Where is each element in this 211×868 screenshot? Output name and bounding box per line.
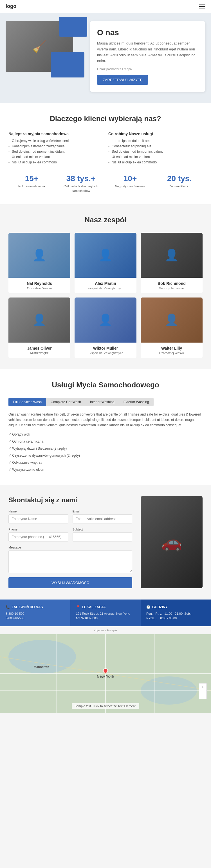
team-role: Czarodziej Wosku (143, 351, 200, 355)
map-zoom-controls: + − (199, 683, 207, 699)
services-tabs: Full Services Wash Complete Car Wash Int… (8, 398, 203, 406)
info-boxes: ZADZWOŃ DO NAS 8-800-10-500 8-800-10-500… (0, 599, 211, 626)
info-box-phone: ZADZWOŃ DO NAS 8-800-10-500 8-800-10-500 (0, 599, 70, 626)
why-col1-title: Najlepsza myjnia samochodowa (8, 131, 103, 136)
list-item: Oferujemy wiele usług w świetnej cenie (8, 139, 103, 143)
info-box-location: LOKALIZACJA 121 Rock Street, 21 Avenue, … (70, 599, 141, 626)
svg-point-10 (103, 669, 108, 673)
team-info: Bob Richmond Mistrz polerowania (141, 278, 203, 293)
why-col-2: Co robimy Nasze usługi Lorem ipsum dolor… (108, 131, 203, 166)
hero-title: O nas (97, 28, 198, 37)
info-source: Zdjęcia z Freepik (0, 626, 211, 634)
subject-input[interactable] (73, 532, 133, 541)
tab-complete-wash[interactable]: Complete Car Wash (46, 398, 85, 406)
team-card-4: 👤 Wiktor Muller Ekspert ds. Zewnętrznych (75, 298, 136, 358)
why-title: Dlaczego klienci wybierają nas? (8, 114, 203, 123)
service-list: Gorący wok Ochrona ceramiczna Wytrapiaj … (8, 431, 203, 473)
info-box-hours: GODZINY Pon. - Pt. .... 11:00 - 21:00, S… (141, 599, 211, 626)
message-textarea[interactable] (8, 551, 132, 573)
stat-num: 10+ (107, 174, 153, 183)
list-item: Nisl ut aliquip ex ea commodo (8, 160, 103, 164)
phone-input[interactable] (8, 532, 68, 541)
name-input[interactable] (8, 515, 68, 523)
person-icon: 👤 (8, 233, 70, 278)
why-col1-list: Oferujemy wiele usług w świetnej cenie K… (8, 139, 103, 164)
team-card-3: 👤 James Oliver Mistrz wnętrz (8, 298, 70, 358)
team-info: Walter Lilly Czarodziej Wosku (141, 343, 203, 358)
why-section: Dlaczego klienci wybierają nas? Najlepsz… (0, 103, 211, 204)
location-icon (76, 605, 80, 609)
stat-num: 38 tys.+ (58, 174, 104, 183)
message-label: Message (8, 546, 132, 549)
name-label: Name (8, 509, 68, 513)
contact-section: Skontaktuj się z nami Name Email Phone S… (0, 485, 211, 599)
car-icon: 🚗 (161, 532, 182, 552)
map-overlay-text: Sample text. Click to select the Text El… (72, 703, 139, 709)
list-item: Ut enim ad minim veniam (108, 155, 203, 159)
stat-label: Nagrody i wyróżnienia (107, 184, 153, 188)
why-col-1: Najlepsza myjnia samochodowa Oferujemy w… (8, 131, 103, 166)
list-item: Nisl ut aliquip ex ea commodo (108, 160, 203, 164)
team-photo-walter: 👤 (141, 298, 203, 343)
list-item: Wyczyszczenie okien (8, 466, 203, 473)
map-background: New York Manhattan + − (0, 634, 211, 713)
services-section: Usługi Mycia Samochodowego Full Services… (0, 369, 211, 485)
team-photo-wiktor: 👤 (75, 298, 136, 343)
form-group-message: Message (8, 546, 132, 573)
map-section: New York Manhattan + − Sample text. Clic… (0, 634, 211, 713)
hero-accent-bottom (50, 52, 84, 78)
form-group-email: Email (73, 509, 133, 523)
submit-button[interactable]: WYŚLIJ WIADOMOŚĆ (8, 577, 132, 588)
stat-box-1: 38 tys.+ Całkowita liczba umytych samoch… (58, 174, 104, 193)
form-row-1: Name Email (8, 509, 132, 523)
team-name: Bob Richmond (143, 281, 200, 286)
hero-section: 🧹 O nas Massa ultrices mi quis hendrerit… (0, 13, 211, 103)
stats-row: 15+ Rok doświadczenia 38 tys.+ Całkowita… (8, 174, 203, 193)
list-item: Odkurzanie wnętrza (8, 459, 203, 466)
list-item: Sed do eiusmod moment incididunt (8, 150, 103, 154)
service-description: Our car wash facilities feature flat-bel… (8, 412, 203, 428)
info-box-location-lines: 121 Rock Street, 21 Avenue, New York, NY… (76, 611, 135, 621)
stat-box-3: 20 tys. Zaufani Klienci (156, 174, 203, 193)
person-icon: 👤 (75, 298, 136, 343)
team-card-5: 👤 Walter Lilly Czarodziej Wosku (141, 298, 203, 358)
list-item: Consectetur adipiscing elit (108, 144, 203, 148)
map-roads-svg: New York Manhattan (0, 634, 211, 713)
person-icon: 👤 (8, 298, 70, 343)
list-item: Sed do eiusmod tempor incididunt (108, 150, 203, 154)
hero-image-source: Obraz pochodzi z Freepik (97, 67, 198, 71)
team-name: Walter Lilly (143, 346, 200, 350)
team-photo-alex: 👤 (75, 233, 136, 278)
team-grid: 👤 Nat Reynolds Czarodziej Wosku 👤 Alex M… (8, 233, 203, 358)
tab-interior[interactable]: Interior Washing (85, 398, 119, 406)
stat-label: Zaufani Klienci (156, 184, 203, 188)
svg-text:Manhattan: Manhattan (34, 665, 49, 669)
info-box-phone-title: ZADZWOŃ DO NAS (6, 605, 65, 609)
zoom-out-button[interactable]: − (199, 691, 207, 699)
tab-full-services[interactable]: Full Services Wash (8, 398, 46, 406)
person-icon: 👤 (141, 298, 203, 343)
header: logo (0, 0, 211, 13)
team-section: Nasz zespół 👤 Nat Reynolds Czarodziej Wo… (0, 204, 211, 369)
contact-image: 🚗 (141, 496, 203, 588)
team-info: Alex Martin Ekspert ds. Zewnętrznych (75, 278, 136, 293)
form-group-name: Name (8, 509, 68, 523)
stat-num: 20 tys. (156, 174, 203, 183)
team-photo-bob: 👤 (141, 233, 203, 278)
service-content: Our car wash facilities feature flat-bel… (8, 412, 203, 473)
list-item: Ochrona ceramiczna (8, 438, 203, 445)
list-item: Czyszczenie dywaników gumowych (2 rzędy) (8, 452, 203, 459)
car-wash-image: 🚗 (141, 496, 203, 588)
email-input[interactable] (73, 515, 133, 523)
hamburger-menu[interactable] (199, 4, 205, 8)
reserve-button[interactable]: ZAREZERWUJ WIZYTĘ (97, 75, 148, 85)
why-grid: Najlepsza myjnia samochodowa Oferujemy w… (8, 131, 203, 166)
hero-text: Massa ultrices mi quis hendrerit. Ac ut … (97, 40, 198, 64)
zoom-in-button[interactable]: + (199, 683, 207, 691)
team-name: Wiktor Muller (77, 346, 134, 350)
contact-title: Skontaktuj się z nami (8, 496, 132, 504)
tab-exterior[interactable]: Exterior Washing (119, 398, 153, 406)
phone-icon (6, 605, 10, 609)
form-row-2: Phone Subject (8, 528, 132, 541)
hero-card: O nas Massa ultrices mi quis hendrerit. … (90, 21, 205, 92)
